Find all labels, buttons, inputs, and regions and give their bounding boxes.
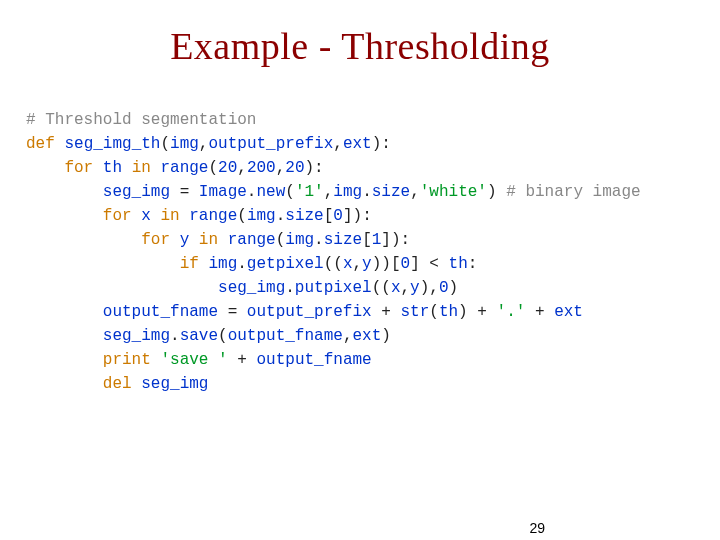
code-var: img bbox=[208, 255, 237, 273]
code-keyword-for: for bbox=[103, 207, 132, 225]
code-var: th bbox=[103, 159, 122, 177]
code-punct: , bbox=[276, 159, 286, 177]
code-keyword-in: in bbox=[160, 207, 179, 225]
code-arg: output_prefix bbox=[208, 135, 333, 153]
code-punct: ) bbox=[458, 303, 468, 321]
code-attr: size bbox=[285, 207, 323, 225]
code-var: seg_img bbox=[141, 375, 208, 393]
code-arg: ext bbox=[343, 135, 372, 153]
code-var: th bbox=[449, 255, 468, 273]
code-var: output_prefix bbox=[247, 303, 372, 321]
code-keyword-if: if bbox=[180, 255, 199, 273]
code-string: '.' bbox=[497, 303, 526, 321]
code-arg: img bbox=[170, 135, 199, 153]
code-punct: , bbox=[410, 183, 420, 201]
code-punct: = bbox=[170, 183, 199, 201]
code-punct: ): bbox=[372, 135, 391, 153]
code-punct: ] < bbox=[410, 255, 448, 273]
code-punct: + bbox=[468, 303, 497, 321]
code-var: th bbox=[439, 303, 458, 321]
code-var: img bbox=[333, 183, 362, 201]
code-obj: Image bbox=[199, 183, 247, 201]
code-number: 20 bbox=[285, 159, 304, 177]
code-string: '1' bbox=[295, 183, 324, 201]
code-var: output_fname bbox=[228, 327, 343, 345]
code-punct: ( bbox=[208, 159, 218, 177]
code-number: 1 bbox=[372, 231, 382, 249]
code-punct: ) bbox=[487, 183, 497, 201]
code-punct: ( bbox=[285, 183, 295, 201]
code-number: 20 bbox=[218, 159, 237, 177]
slide: Example - Thresholding # Threshold segme… bbox=[0, 24, 720, 540]
code-punct: + bbox=[228, 351, 257, 369]
code-punct: (( bbox=[324, 255, 343, 273]
code-punct: ( bbox=[429, 303, 439, 321]
code-var: img bbox=[247, 207, 276, 225]
code-space bbox=[132, 375, 142, 393]
code-attr: size bbox=[372, 183, 410, 201]
code-string: 'save ' bbox=[160, 351, 227, 369]
code-number: 0 bbox=[333, 207, 343, 225]
code-punct: [ bbox=[324, 207, 334, 225]
code-punct: , bbox=[352, 255, 362, 273]
code-punct: ) bbox=[381, 327, 391, 345]
code-punct: ) bbox=[449, 279, 459, 297]
code-punct: . bbox=[276, 207, 286, 225]
code-attr: size bbox=[324, 231, 362, 249]
code-comment: # Threshold segmentation bbox=[26, 111, 256, 129]
code-punct: ): bbox=[305, 159, 324, 177]
code-func-name: seg_img_th bbox=[64, 135, 160, 153]
code-punct: (( bbox=[372, 279, 391, 297]
code-punct: . bbox=[362, 183, 372, 201]
code-punct: ( bbox=[160, 135, 170, 153]
code-punct: , bbox=[333, 135, 343, 153]
code-block: # Threshold segmentation def seg_img_th(… bbox=[26, 108, 720, 396]
code-method: new bbox=[256, 183, 285, 201]
code-keyword-def: def bbox=[26, 135, 55, 153]
code-keyword-del: del bbox=[103, 375, 132, 393]
code-range: range bbox=[160, 159, 208, 177]
code-string: 'white' bbox=[420, 183, 487, 201]
code-number: 0 bbox=[401, 255, 411, 273]
code-var: seg_img bbox=[103, 327, 170, 345]
code-var: y bbox=[180, 231, 190, 249]
code-method: save bbox=[180, 327, 218, 345]
code-func: str bbox=[400, 303, 429, 321]
code-var: seg_img bbox=[103, 183, 170, 201]
slide-title: Example - Thresholding bbox=[0, 24, 720, 68]
code-punct: . bbox=[237, 255, 247, 273]
code-punct: , bbox=[324, 183, 334, 201]
code-number: 200 bbox=[247, 159, 276, 177]
code-punct: + bbox=[525, 303, 554, 321]
code-punct: ( bbox=[276, 231, 286, 249]
code-punct: ))[ bbox=[372, 255, 401, 273]
code-var: ext bbox=[554, 303, 583, 321]
code-var: seg_img bbox=[218, 279, 285, 297]
code-method: putpixel bbox=[295, 279, 372, 297]
code-range: range bbox=[228, 231, 276, 249]
code-space bbox=[151, 351, 161, 369]
code-range: range bbox=[189, 207, 237, 225]
code-punct: . bbox=[285, 279, 295, 297]
code-keyword-for: for bbox=[141, 231, 170, 249]
code-punct: ]): bbox=[343, 207, 372, 225]
code-var: x bbox=[141, 207, 151, 225]
code-punct: + bbox=[372, 303, 401, 321]
code-var: ext bbox=[352, 327, 381, 345]
code-var: y bbox=[410, 279, 420, 297]
code-punct: , bbox=[237, 159, 247, 177]
code-punct: = bbox=[218, 303, 247, 321]
code-method: getpixel bbox=[247, 255, 324, 273]
code-punct: ), bbox=[420, 279, 439, 297]
code-comment: # binary image bbox=[497, 183, 641, 201]
code-var: output_fname bbox=[103, 303, 218, 321]
code-punct: ]): bbox=[381, 231, 410, 249]
code-keyword-for: for bbox=[64, 159, 93, 177]
code-var: y bbox=[362, 255, 372, 273]
code-var: output_fname bbox=[256, 351, 371, 369]
code-punct: . bbox=[170, 327, 180, 345]
code-punct: [ bbox=[362, 231, 372, 249]
code-number: 0 bbox=[439, 279, 449, 297]
code-punct: . bbox=[314, 231, 324, 249]
code-keyword-print: print bbox=[103, 351, 151, 369]
